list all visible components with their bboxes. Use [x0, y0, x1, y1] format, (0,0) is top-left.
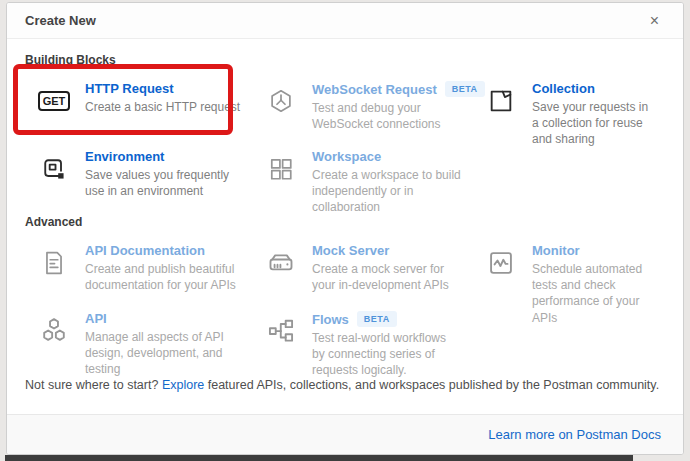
option-title: API Documentation	[85, 243, 205, 258]
option-description: Create and publish beautiful documentati…	[85, 261, 242, 293]
create-option-workspace[interactable]: WorkspaceCreate a workspace to build ind…	[252, 143, 472, 201]
create-option-monitor[interactable]: MonitorSchedule automated tests and chec…	[472, 237, 665, 295]
option-text: APIManage all aspects of API design, dev…	[85, 311, 242, 378]
option-title: Monitor	[532, 243, 580, 258]
option-title: Mock Server	[312, 243, 389, 258]
note-text: Not sure where to start?	[25, 378, 162, 392]
create-option-mock-server[interactable]: Mock ServerCreate a mock server for your…	[252, 237, 472, 295]
flows-icon	[264, 314, 298, 348]
option-description: Create a mock server for your in-develop…	[312, 261, 462, 293]
option-title: Environment	[85, 149, 164, 164]
option-text: WorkspaceCreate a workspace to build ind…	[312, 149, 462, 216]
websocket-icon	[264, 84, 298, 118]
option-text: WebSocket RequestBETATest and debug your…	[312, 81, 462, 132]
create-option-collection[interactable]: CollectionSave your requests in a collec…	[472, 75, 665, 133]
option-description: Create a workspace to build independentl…	[312, 167, 462, 216]
option-description: Test real-world workflows by connecting …	[312, 330, 462, 379]
option-title: Flows	[312, 312, 349, 327]
environment-icon	[37, 152, 71, 186]
mock-server-icon	[264, 246, 298, 280]
option-description: Save your requests in a collection for r…	[532, 99, 655, 148]
dialog-body: Building Blocks GETHTTP RequestCreate a …	[7, 39, 683, 414]
option-text: Mock ServerCreate a mock server for your…	[312, 243, 462, 293]
workspace-icon	[264, 152, 298, 186]
option-text: FlowsBETATest real-world workflows by co…	[312, 311, 462, 379]
dialog-title: Create New	[25, 13, 96, 28]
section-building-blocks: Building Blocks GETHTTP RequestCreate a …	[25, 53, 665, 201]
learn-more-link[interactable]: Learn more on Postman Docs	[488, 427, 661, 442]
dialog-footer: Learn more on Postman Docs	[7, 414, 683, 454]
option-title: Workspace	[312, 149, 381, 164]
collection-icon	[484, 84, 518, 118]
section-label: Building Blocks	[25, 53, 665, 67]
api-icon	[37, 314, 71, 348]
beta-badge: BETA	[357, 311, 397, 327]
option-title: API	[85, 311, 107, 326]
monitor-icon	[484, 246, 518, 280]
section-grid-0: GETHTTP RequestCreate a basic HTTP reque…	[25, 75, 665, 201]
create-option-flows[interactable]: FlowsBETATest real-world workflows by co…	[252, 305, 472, 363]
section-advanced: Advanced API DocumentationCreate and pub…	[25, 215, 665, 363]
create-option-http-request[interactable]: GETHTTP RequestCreate a basic HTTP reque…	[25, 75, 252, 133]
create-option-api[interactable]: APIManage all aspects of API design, dev…	[25, 305, 252, 363]
create-option-websocket-request[interactable]: WebSocket RequestBETATest and debug your…	[252, 75, 472, 133]
option-text: MonitorSchedule automated tests and chec…	[532, 243, 655, 326]
explore-link[interactable]: Explore	[162, 378, 204, 392]
section-grid-1: API DocumentationCreate and publish beau…	[25, 237, 665, 363]
option-description: Test and debug your WebSocket connection…	[312, 100, 462, 132]
note-text: featured APIs, collections, and workspac…	[204, 378, 659, 392]
option-title: HTTP Request	[85, 81, 174, 96]
dialog-header: Create New ×	[7, 3, 683, 39]
option-title: WebSocket Request	[312, 82, 437, 97]
get-method-icon: GET	[37, 84, 71, 118]
api-docs-icon	[37, 246, 71, 280]
app-background: Create New × Building Blocks GETHTTP Req…	[0, 0, 690, 461]
option-description: Save values you frequently use in an env…	[85, 167, 242, 199]
close-icon[interactable]: ×	[650, 13, 659, 29]
create-new-dialog: Create New × Building Blocks GETHTTP Req…	[6, 2, 684, 455]
create-option-environment[interactable]: EnvironmentSave values you frequently us…	[25, 143, 252, 201]
option-title: Collection	[532, 81, 595, 96]
option-description: Manage all aspects of API design, develo…	[85, 329, 242, 378]
option-text: EnvironmentSave values you frequently us…	[85, 149, 242, 199]
option-text: HTTP RequestCreate a basic HTTP request	[85, 81, 242, 115]
option-text: API DocumentationCreate and publish beau…	[85, 243, 242, 293]
option-description: Schedule automated tests and check perfo…	[532, 261, 655, 326]
create-option-api-documentation[interactable]: API DocumentationCreate and publish beau…	[25, 237, 252, 295]
get-method-label: GET	[38, 91, 71, 111]
background-window-edge	[5, 455, 633, 461]
option-text: CollectionSave your requests in a collec…	[532, 81, 655, 148]
getting-started-note: Not sure where to start? Explore feature…	[25, 378, 665, 392]
option-description: Create a basic HTTP request	[85, 99, 242, 115]
section-label: Advanced	[25, 215, 665, 229]
